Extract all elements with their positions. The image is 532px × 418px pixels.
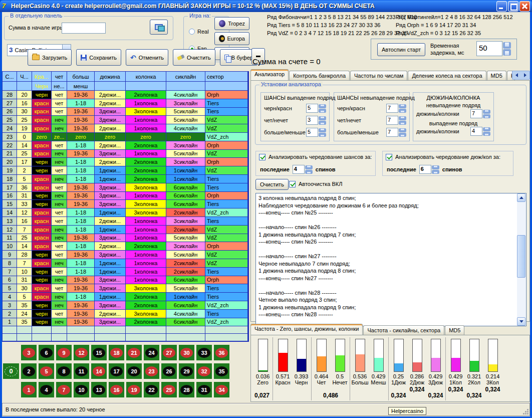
table-row[interactable]: 230zeroze...zerozerozerozeroVdZ_zch bbox=[3, 133, 248, 141]
board-cell-32[interactable]: 32 bbox=[196, 363, 212, 379]
board-cell-7[interactable]: 7 bbox=[56, 382, 72, 397]
board-cell-14[interactable]: 14 bbox=[91, 363, 107, 379]
tropez-button[interactable]: Tropez bbox=[214, 17, 249, 30]
table-row[interactable]: 2525красннеч19-363дюжи...1колонка5сиклай… bbox=[3, 116, 248, 124]
tab-2[interactable]: Контроль банкролла bbox=[289, 71, 350, 80]
log-clear-button[interactable]: Очистить bbox=[255, 179, 289, 190]
spin-down-button[interactable] bbox=[319, 121, 326, 125]
board-cell-zero[interactable]: 0 bbox=[3, 363, 19, 379]
board-cell-22[interactable]: 22 bbox=[144, 382, 159, 397]
spin-up-button[interactable] bbox=[399, 116, 406, 120]
board-cell-18[interactable]: 18 bbox=[109, 345, 124, 360]
board-cell-20[interactable]: 20 bbox=[126, 363, 142, 379]
spin-up-button[interactable] bbox=[305, 165, 313, 169]
spin-down-button[interactable] bbox=[503, 49, 511, 56]
board-cell-1[interactable]: 1 bbox=[21, 382, 37, 397]
table-row[interactable]: 1631черннеч19-363дюжи...1колонка6сиклайн… bbox=[3, 192, 248, 200]
setting-spinner[interactable]: 7 bbox=[386, 128, 406, 137]
board-cell-3[interactable]: 3 bbox=[21, 345, 37, 360]
tab-3[interactable]: MD5 bbox=[445, 325, 464, 335]
scrollbar-thumb[interactable] bbox=[517, 235, 525, 278]
table-row[interactable]: 1736краснчет19-363дюжи...3колонка6сиклай… bbox=[3, 183, 248, 192]
radio-real[interactable]: Real bbox=[189, 29, 209, 35]
maximize-button[interactable] bbox=[508, 1, 518, 12]
setting-spinner[interactable]: 7 bbox=[386, 104, 406, 113]
dk-spinner1[interactable]: 7 bbox=[470, 109, 490, 118]
tab-scroller[interactable] bbox=[512, 71, 530, 80]
tab-5[interactable]: MD5 bbox=[487, 71, 506, 80]
board-cell-21[interactable]: 21 bbox=[126, 345, 142, 360]
board-cell-9[interactable]: 9 bbox=[56, 345, 72, 360]
spin-down-button[interactable] bbox=[399, 133, 406, 137]
spin-up-button[interactable] bbox=[483, 110, 490, 114]
table-row[interactable]: 1412краснчет1-181дюжи...3колонка2сиклайн… bbox=[3, 208, 248, 217]
save-button[interactable]: Сохранить bbox=[76, 49, 121, 66]
spin-up-button[interactable] bbox=[399, 128, 406, 132]
undo-button[interactable]: ↶Отменить bbox=[126, 49, 168, 66]
tab-1[interactable]: Анализатор bbox=[250, 69, 289, 80]
dk-spinner2[interactable]: 4 bbox=[470, 127, 490, 136]
board-cell-30[interactable]: 30 bbox=[179, 345, 194, 360]
board-cell-35[interactable]: 35 bbox=[214, 363, 229, 379]
spin-down-button[interactable] bbox=[319, 109, 326, 113]
resize-grip[interactable] bbox=[522, 408, 528, 414]
table-row[interactable]: 192чернчет1-181дюжи...2колонка1сиклайнVd… bbox=[3, 166, 248, 175]
spin-up-button[interactable] bbox=[319, 104, 326, 108]
autoclear-checkbox[interactable]: Автоочистка ВКЛ bbox=[289, 181, 342, 187]
spin-up-button[interactable] bbox=[483, 127, 490, 131]
setting-spinner[interactable]: 3 bbox=[306, 116, 326, 125]
table-row[interactable]: 710чернчет1-181дюжи...1колонка2сиклайнTi… bbox=[3, 268, 248, 276]
clear-button[interactable]: Очистить bbox=[173, 49, 215, 66]
setting-spinner[interactable]: 5 bbox=[306, 128, 326, 137]
autospin-start-button[interactable]: Автоспин старт bbox=[377, 43, 425, 56]
spin-down-button[interactable] bbox=[483, 114, 490, 118]
load-button[interactable]: Загрузить bbox=[28, 49, 72, 66]
spin-value[interactable]: 5 bbox=[306, 104, 318, 113]
setting-spinner[interactable]: 5 bbox=[306, 104, 326, 113]
tab-2[interactable]: Частота - сиклайны, сектора bbox=[363, 325, 444, 335]
table-row[interactable]: 135черннеч19-363дюжи...2колонка6сиклайнV… bbox=[3, 318, 248, 327]
spin-up-button[interactable] bbox=[399, 104, 406, 108]
table-row[interactable]: 1533черннеч19-363дюжи...3колонка6сиклайн… bbox=[3, 200, 248, 208]
spin-value[interactable]: 6 bbox=[419, 165, 431, 174]
table-row[interactable]: 928чернчет19-363дюжи...1колонка5сиклайнV… bbox=[3, 251, 248, 259]
spin-value[interactable]: 5 bbox=[306, 128, 318, 137]
board-cell-33[interactable]: 33 bbox=[196, 345, 212, 360]
board-cell-5[interactable]: 5 bbox=[39, 363, 54, 379]
table-row[interactable]: 530краснчет19-363дюжи...3колонка5сиклайн… bbox=[3, 284, 248, 293]
tab-3[interactable]: Частоты по числам bbox=[350, 71, 407, 80]
board-cell-17[interactable]: 17 bbox=[109, 363, 124, 379]
panel-toggle-button[interactable] bbox=[150, 20, 168, 35]
dozen-spins-spinner[interactable]: 6 bbox=[419, 165, 439, 174]
spin-value[interactable]: 3 bbox=[306, 116, 318, 125]
board-cell-34[interactable]: 34 bbox=[214, 382, 229, 397]
board-cell-6[interactable]: 6 bbox=[39, 345, 54, 360]
board-cell-28[interactable]: 28 bbox=[179, 382, 194, 397]
setting-spinner[interactable]: 7 bbox=[386, 116, 406, 125]
board-cell-15[interactable]: 15 bbox=[91, 345, 107, 360]
table-row[interactable]: 2419красннеч19-362дюжи...1колонка4сиклай… bbox=[3, 124, 248, 133]
board-cell-16[interactable]: 16 bbox=[109, 382, 124, 397]
board-cell-36[interactable]: 36 bbox=[214, 345, 229, 360]
spin-value[interactable]: 7 bbox=[470, 109, 482, 118]
tab-1[interactable]: Частота - Zero, шансы, дюжины, колонки bbox=[250, 324, 363, 335]
table-row[interactable]: 185красннеч1-181дюжи...2колонка1сиклайнT… bbox=[3, 175, 248, 183]
spin-value[interactable]: 7 bbox=[386, 128, 398, 137]
delay-spinner[interactable]: 50 bbox=[476, 41, 511, 56]
board-cell-23[interactable]: 23 bbox=[144, 363, 159, 379]
spin-up-button[interactable] bbox=[432, 165, 439, 169]
board-cell-29[interactable]: 29 bbox=[179, 363, 194, 379]
board-cell-13[interactable]: 13 bbox=[91, 382, 107, 397]
table-row[interactable]: 1014краснчет1-182дюжи...2колонка3сиклайн… bbox=[3, 242, 248, 251]
table-row[interactable]: 127красннеч1-181дюжи...1колонка2сиклайнV… bbox=[3, 226, 248, 234]
scroll-up-button[interactable] bbox=[517, 193, 525, 202]
table-row[interactable]: 45красннеч1-181дюжи...2колонка1сиклайнTi… bbox=[3, 293, 248, 301]
table-row[interactable]: 2214краснчет1-182дюжи...2колонка3сиклайн… bbox=[3, 141, 248, 150]
table-row[interactable]: 2820чернчет19-362дюжи...2колонка4сиклайн… bbox=[3, 91, 248, 99]
spin-down-button[interactable] bbox=[319, 133, 326, 137]
board-cell-4[interactable]: 4 bbox=[39, 382, 54, 397]
table-row[interactable]: 2630краснчет19-363дюжи...3колонка5сиклай… bbox=[3, 108, 248, 116]
board-cell-24[interactable]: 24 bbox=[144, 345, 159, 360]
analysis-log[interactable]: 3 колонка невыпадала подряд 8 спин; Набл… bbox=[255, 193, 526, 326]
dozen-alternation-checkbox[interactable]: Анализировать чередование дюж/кол за: bbox=[386, 154, 510, 160]
